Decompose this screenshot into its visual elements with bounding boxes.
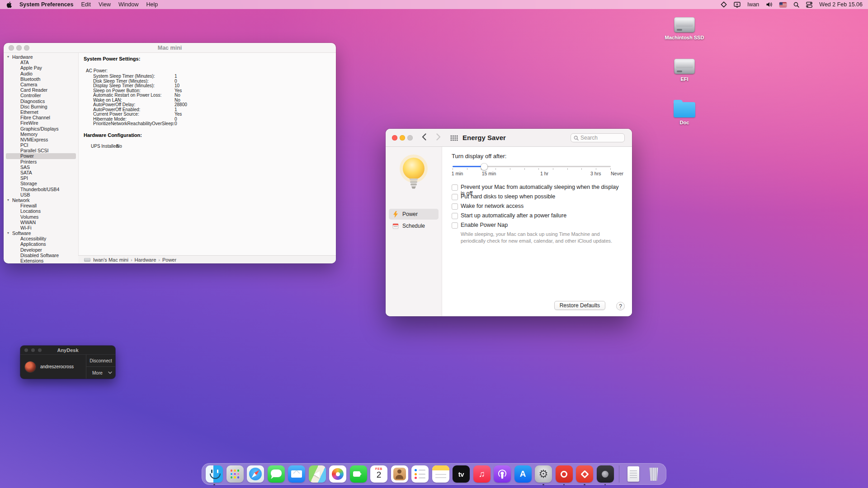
sidebar-item[interactable]: Hardware <box>6 54 76 60</box>
sidebar-item[interactable]: SAS <box>6 164 76 170</box>
disconnect-button[interactable]: Disconnect <box>86 355 115 366</box>
sidebar-item[interactable]: Accessibility <box>6 236 76 241</box>
sidebar-item[interactable]: Fibre Channel <box>6 115 76 120</box>
sidebar-item[interactable]: NVMExpress <box>6 137 76 142</box>
sidebar-item[interactable]: PCI <box>6 142 76 148</box>
dock-item-system-preferences[interactable]: ⚙ <box>535 465 552 483</box>
menu-item[interactable]: Edit <box>81 1 91 8</box>
dock-item-facetime[interactable] <box>350 465 367 483</box>
display-off-slider-thumb[interactable] <box>481 163 488 170</box>
dock-item-appstore[interactable]: A <box>514 465 532 483</box>
dock-item-trash[interactable] <box>645 465 662 483</box>
menu-item[interactable]: Help <box>146 1 158 8</box>
minimize-button[interactable] <box>400 135 405 141</box>
help-button[interactable]: ? <box>616 302 625 310</box>
checkbox[interactable] <box>452 184 458 191</box>
menu-item[interactable]: Window <box>118 1 138 8</box>
zoom-button[interactable] <box>38 348 42 352</box>
apple-menu-icon[interactable] <box>6 1 12 8</box>
energy-sidebar-item-power[interactable]: Power <box>389 209 439 220</box>
disclosure-triangle-icon[interactable] <box>7 197 9 203</box>
breadcrumb-item[interactable]: Power <box>156 257 176 263</box>
display-share-menu-icon[interactable] <box>734 2 741 8</box>
close-button[interactable] <box>24 348 28 352</box>
sidebar-item[interactable]: Controller <box>6 93 76 98</box>
show-all-grid-icon[interactable] <box>450 135 458 143</box>
sidebar-item[interactable]: FireWire <box>6 120 76 126</box>
window-toolbar[interactable]: Energy Saver <box>386 129 632 147</box>
display-off-slider[interactable]: 1 min15 min1 hr3 hrsNever <box>453 163 611 178</box>
dock-item-music[interactable]: ♫ <box>473 465 491 483</box>
sidebar-item[interactable]: Disabled Software <box>6 253 76 258</box>
sidebar-item[interactable]: ATA <box>6 60 76 65</box>
dock-item-launchpad[interactable] <box>226 465 244 483</box>
dock-item-anydesk[interactable] <box>576 465 593 483</box>
dock-item-calendar[interactable]: FEB2 <box>370 465 387 483</box>
dock-item-mail[interactable] <box>288 465 305 483</box>
dock-item-red-app[interactable] <box>556 465 573 483</box>
sidebar-item[interactable]: Firewall <box>6 203 76 208</box>
menu-clock[interactable]: Wed 2 Feb 15.06 <box>819 1 863 8</box>
sidebar-item[interactable]: SATA <box>6 170 76 175</box>
sidebar-item[interactable]: Extensions <box>6 258 76 263</box>
dock-item-finder[interactable] <box>206 465 223 483</box>
window-titlebar[interactable]: Mac mini <box>4 43 336 53</box>
dock-item-contacts[interactable] <box>391 465 408 483</box>
minimize-button[interactable] <box>16 45 22 51</box>
sidebar-item[interactable]: Ethernet <box>6 109 76 115</box>
sidebar-item[interactable]: SPI <box>6 175 76 181</box>
desktop-icon-machintosh-ssd[interactable]: Machintosh SSD <box>664 17 705 40</box>
dock-item-dark-app[interactable] <box>597 465 614 483</box>
forward-button[interactable] <box>436 133 441 142</box>
zoom-button[interactable] <box>24 45 29 51</box>
sidebar-item[interactable]: Card Reader <box>6 87 76 93</box>
sidebar-item[interactable]: Locations <box>6 208 76 214</box>
desktop-icon-doc[interactable]: Doc <box>664 100 705 125</box>
control-center-icon[interactable] <box>806 2 812 8</box>
sidebar-item[interactable]: Disc Burning <box>6 104 76 109</box>
sidebar-item[interactable]: Bluetooth <box>6 76 76 82</box>
search-input[interactable] <box>580 135 621 141</box>
sidebar-item[interactable]: Camera <box>6 82 76 87</box>
sidebar-item[interactable]: Printers <box>6 159 76 164</box>
sidebar-item[interactable]: Diagnostics <box>6 99 76 104</box>
sidebar-item[interactable]: Software <box>6 230 76 236</box>
dock-item-notes[interactable] <box>432 465 449 483</box>
dock-item-maps[interactable] <box>309 465 326 483</box>
restore-defaults-button[interactable]: Restore Defaults <box>554 301 605 310</box>
window-titlebar[interactable]: AnyDesk <box>20 346 115 355</box>
sidebar-item[interactable]: Power <box>6 153 76 159</box>
app-menu-title[interactable]: System Preferences <box>19 1 74 8</box>
sidebar-item[interactable]: Applications <box>6 241 76 247</box>
sidebar-item[interactable]: Network <box>6 197 76 203</box>
sidebar-item[interactable]: Developer <box>6 247 76 253</box>
breadcrumb-item[interactable]: Hardware <box>128 257 156 263</box>
zoom-button[interactable] <box>407 135 413 141</box>
sidebar-item[interactable]: Thunderbolt/USB4 <box>6 187 76 192</box>
more-button[interactable]: More <box>86 366 115 379</box>
user-name[interactable]: Iwan <box>747 1 759 8</box>
search-field[interactable] <box>571 133 625 142</box>
dock-item-photos[interactable] <box>329 465 346 483</box>
sidebar-item[interactable]: Memory <box>6 131 76 137</box>
keyboard-flag-icon[interactable] <box>779 2 787 7</box>
energy-sidebar-item-schedule[interactable]: Schedule <box>389 221 439 231</box>
checkbox[interactable] <box>452 194 458 200</box>
sidebar-item[interactable]: WWAN <box>6 220 76 225</box>
sidebar-item[interactable]: Storage <box>6 181 76 186</box>
sidebar-item[interactable]: Graphics/Displays <box>6 126 76 131</box>
dock-item-safari[interactable] <box>247 465 264 483</box>
close-button[interactable] <box>9 45 14 51</box>
close-button[interactable] <box>392 135 397 141</box>
checkbox[interactable] <box>452 213 458 219</box>
disclosure-triangle-icon[interactable] <box>7 54 9 60</box>
disclosure-triangle-icon[interactable] <box>7 230 9 236</box>
checkbox[interactable] <box>452 222 458 229</box>
dock-item-podcasts[interactable] <box>494 465 511 483</box>
dock-item-documents[interactable] <box>625 465 642 483</box>
sidebar-item[interactable]: Volumes <box>6 214 76 219</box>
sidebar-item[interactable]: Parallel SCSI <box>6 148 76 153</box>
back-button[interactable] <box>422 133 426 142</box>
breadcrumb-item[interactable]: Iwan's Mac mini <box>93 257 128 263</box>
checkbox[interactable] <box>452 203 458 210</box>
